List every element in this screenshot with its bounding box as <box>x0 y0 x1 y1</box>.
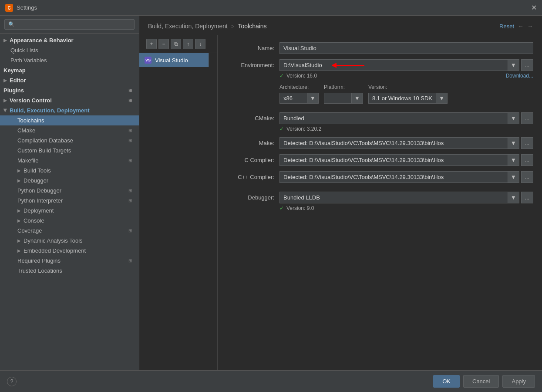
coverage-icon: ⊞ <box>128 228 132 233</box>
cmake-input[interactable] <box>280 113 508 124</box>
cmake-icon: ⊞ <box>128 128 132 133</box>
c-compiler-dropdown: ▼ <box>279 154 519 166</box>
back-button[interactable]: ← <box>518 23 524 30</box>
cmake-dropdown: ▼ <box>279 112 519 124</box>
apply-button[interactable]: Apply <box>502 375 535 388</box>
sidebar-item-python-debugger[interactable]: Python Debugger ⊞ <box>0 186 139 196</box>
sidebar-item-deployment[interactable]: ▶ Deployment <box>0 206 139 216</box>
close-button[interactable]: ✕ <box>531 3 537 12</box>
make-input-group: ▼ ... <box>279 137 533 149</box>
sidebar-item-console[interactable]: ▶ Console <box>0 216 139 226</box>
sidebar-item-cmake[interactable]: CMake ⊞ <box>0 125 139 135</box>
copy-toolchain-button[interactable]: ⧉ <box>171 39 181 49</box>
sidebar-item-path-variables[interactable]: Path Variables <box>0 55 139 65</box>
toolchain-entry-vs[interactable]: VS Visual Studio <box>139 53 209 67</box>
title-bar: C Settings ✕ <box>0 0 542 16</box>
cancel-button[interactable]: Cancel <box>463 375 499 388</box>
sidebar-label-cmake: CMake <box>17 127 35 134</box>
sidebar-label-build-execution: Build, Execution, Deployment <box>10 107 89 114</box>
sidebar-item-build-tools[interactable]: ▶ Build Tools <box>0 166 139 176</box>
cmake-row: CMake: ▼ ... ✓ Version: 3.20.2 <box>226 112 533 132</box>
cpp-compiler-dropdown-arrow[interactable]: ▼ <box>508 172 519 182</box>
cmake-check-icon: ✓ <box>279 126 284 132</box>
architecture-dropdown-arrow[interactable]: ▼ <box>307 93 318 103</box>
sidebar-item-custom-build-targets[interactable]: Custom Build Targets <box>0 145 139 155</box>
arch-platform-version-row: Architecture: x86 ▼ Platform: <box>279 84 533 104</box>
toolchain-panel: + − ⧉ ↑ ↓ VS Visual Studio <box>139 35 218 370</box>
architecture-label: Architecture: <box>279 84 319 90</box>
environment-version-row: ✓ Version: 16.0 Download... <box>279 73 533 79</box>
environment-browse-button[interactable]: ... <box>521 59 533 71</box>
debugger-dropdown-arrow[interactable]: ▼ <box>508 192 519 203</box>
cmake-browse-button[interactable]: ... <box>521 112 533 124</box>
platform-select[interactable]: ▼ <box>324 93 363 104</box>
sidebar-item-appearance[interactable]: ▶ Appearance & Behavior <box>0 35 139 45</box>
sidebar-item-required-plugins[interactable]: Required Plugins ⊞ <box>0 256 139 266</box>
sidebar-label-keymap: Keymap <box>3 67 26 74</box>
version-dropdown-arrow[interactable]: ▼ <box>436 93 447 103</box>
sidebar-item-keymap[interactable]: Keymap <box>0 65 139 75</box>
reset-button[interactable]: Reset <box>499 23 514 30</box>
sidebar-item-python-interpreter[interactable]: Python Interpreter ⊞ <box>0 196 139 206</box>
debugger-browse-button[interactable]: ... <box>521 192 533 203</box>
make-dropdown-arrow[interactable]: ▼ <box>508 138 519 149</box>
cpp-compiler-input-group: ▼ ... <box>279 171 533 183</box>
required-plugins-icon: ⊞ <box>128 258 132 263</box>
help-button[interactable]: ? <box>7 377 17 386</box>
expand-arrow-build-tools: ▶ <box>17 168 21 173</box>
debugger-version-row: ✓ Version: 9.0 <box>279 205 533 211</box>
name-input[interactable] <box>279 42 533 54</box>
expand-arrow-console: ▶ <box>17 218 21 223</box>
sidebar-label-custom-build-targets: Custom Build Targets <box>17 147 71 154</box>
sidebar-item-version-control[interactable]: ▶ Version Control ⊞ <box>0 95 139 105</box>
cmake-dropdown-arrow[interactable]: ▼ <box>508 113 519 124</box>
make-browse-button[interactable]: ... <box>521 137 533 149</box>
move-up-button[interactable]: ↑ <box>183 39 193 49</box>
forward-button[interactable]: → <box>527 23 533 30</box>
sidebar-label-coverage: Coverage <box>17 227 42 234</box>
c-compiler-browse-button[interactable]: ... <box>521 154 533 166</box>
environment-label: Environment: <box>226 59 274 68</box>
version-select[interactable]: 8.1 or Windows 10 SDK ▼ <box>368 93 448 104</box>
move-down-button[interactable]: ↓ <box>195 39 205 49</box>
sidebar-label-console: Console <box>24 217 44 224</box>
search-input[interactable] <box>4 19 135 30</box>
sidebar-label-version-control: Version Control <box>10 97 52 104</box>
sidebar-item-coverage[interactable]: Coverage ⊞ <box>0 226 139 236</box>
cmake-version: Version: 3.20.2 <box>286 126 321 132</box>
sidebar-item-embedded[interactable]: ▶ Embedded Development <box>0 246 139 256</box>
architecture-select[interactable]: x86 ▼ <box>279 93 319 104</box>
environment-input[interactable] <box>280 60 508 71</box>
version-control-icon: ⊞ <box>128 98 132 103</box>
sidebar-item-editor[interactable]: ▶ Editor <box>0 75 139 85</box>
sidebar-item-dynamic-analysis[interactable]: ▶ Dynamic Analysis Tools <box>0 236 139 246</box>
bottom-left: ? <box>7 377 17 386</box>
sidebar-item-trusted-locations[interactable]: Trusted Locations <box>0 266 139 276</box>
environment-dropdown-arrow[interactable]: ▼ <box>508 60 519 71</box>
download-link[interactable]: Download... <box>506 73 533 79</box>
sidebar-label-toolchains: Toolchains <box>17 117 44 124</box>
version-label: Version: <box>368 84 448 90</box>
sidebar-item-plugins[interactable]: Plugins ⊞ <box>0 85 139 95</box>
c-compiler-input[interactable] <box>280 155 508 166</box>
sidebar-item-toolchains[interactable]: Toolchains <box>0 115 139 125</box>
c-compiler-dropdown-arrow[interactable]: ▼ <box>508 155 519 166</box>
ok-button[interactable]: OK <box>433 375 460 388</box>
remove-toolchain-button[interactable]: − <box>158 39 169 49</box>
sidebar-label-deployment: Deployment <box>24 207 54 214</box>
add-toolchain-button[interactable]: + <box>146 39 157 49</box>
cpp-compiler-browse-button[interactable]: ... <box>521 171 533 183</box>
debugger-input[interactable] <box>280 192 508 203</box>
plugins-icon: ⊞ <box>128 88 132 93</box>
version-value: 8.1 or Windows 10 SDK <box>369 93 436 103</box>
cpp-compiler-input[interactable] <box>280 172 508 182</box>
sidebar-item-compilation-database[interactable]: Compilation Database ⊞ <box>0 135 139 145</box>
make-input[interactable] <box>280 138 508 149</box>
sidebar-item-debugger[interactable]: ▶ Debugger <box>0 176 139 186</box>
bottom-right: OK Cancel Apply <box>433 375 535 388</box>
sidebar-item-build-execution[interactable]: ▶ Build, Execution, Deployment <box>0 105 139 115</box>
sidebar-content: ▶ Appearance & Behavior Quick Lists Path… <box>0 34 139 370</box>
platform-dropdown-arrow[interactable]: ▼ <box>351 93 363 103</box>
sidebar-item-quick-lists[interactable]: Quick Lists <box>0 45 139 55</box>
sidebar-item-makefile[interactable]: Makefile ⊞ <box>0 155 139 166</box>
